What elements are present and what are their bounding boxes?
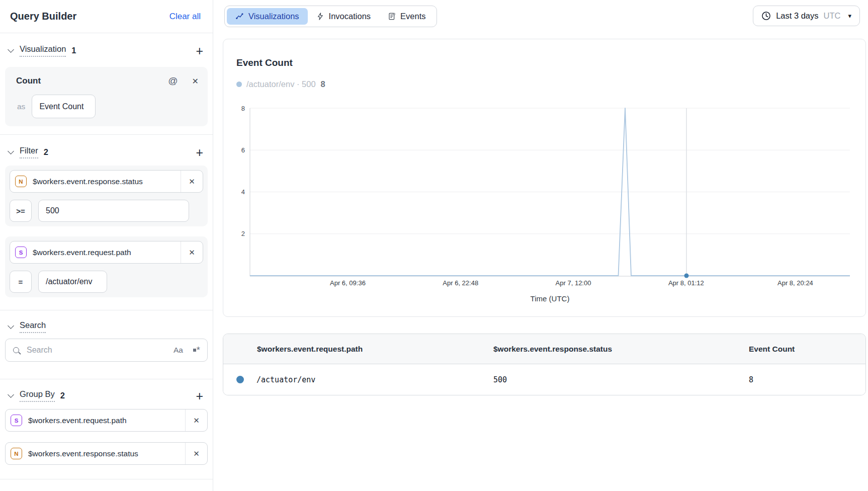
- number-type-icon: N: [15, 176, 27, 187]
- tab-label: Invocations: [329, 12, 371, 21]
- group-by-section-label[interactable]: Group By: [20, 389, 55, 402]
- visualization-section-label[interactable]: Visualization: [20, 44, 66, 57]
- sidebar-header: Query Builder Clear all: [0, 0, 213, 33]
- metric-name[interactable]: Count: [16, 76, 41, 86]
- add-visualization-button[interactable]: +: [194, 46, 205, 56]
- group-by-field-name: $workers.event.response.status: [28, 449, 185, 458]
- as-label: as: [17, 102, 25, 111]
- filter-card: N $workers.event.response.status ✕ >=: [5, 166, 208, 226]
- filter-field-row[interactable]: N $workers.event.response.status ✕: [10, 170, 203, 193]
- column-header-request-path: $workers.event.request.path: [223, 345, 493, 354]
- svg-text:4: 4: [241, 188, 245, 196]
- page-title: Query Builder: [10, 11, 76, 22]
- search-section-header: Search: [5, 310, 208, 333]
- cell-event-count: 8: [749, 375, 865, 384]
- filter-card: S $workers.event.request.path ✕ =: [5, 236, 208, 297]
- filter-field-name: $workers.event.response.status: [33, 177, 181, 186]
- string-type-icon: S: [11, 415, 22, 426]
- number-type-icon: N: [11, 448, 22, 459]
- section-search: Search Aa *: [0, 310, 213, 379]
- search-icon: [13, 347, 19, 353]
- event-count-chart-card: Event Count /actuator/env · 500 8 2468Ap…: [223, 39, 866, 317]
- tab-invocations[interactable]: Invocations: [308, 8, 379, 25]
- operator-select[interactable]: >=: [10, 200, 32, 222]
- document-icon: [388, 12, 396, 21]
- chevron-down-icon[interactable]: [8, 46, 14, 53]
- search-section-label[interactable]: Search: [20, 320, 46, 333]
- filter-value-input[interactable]: [38, 271, 107, 293]
- tab-visualizations[interactable]: Visualizations: [227, 8, 308, 25]
- svg-text:Apr 6, 09:36: Apr 6, 09:36: [330, 279, 366, 287]
- filter-operator-row: >=: [10, 200, 203, 222]
- time-range-selector[interactable]: Last 3 days UTC ▾: [753, 6, 860, 26]
- svg-text:Time (UTC): Time (UTC): [531, 294, 570, 303]
- group-by-field-name: $workers.event.request.path: [28, 416, 185, 425]
- clear-all-link[interactable]: Clear all: [169, 12, 201, 22]
- caret-down-icon: ▾: [848, 12, 851, 20]
- group-by-section-header: Group By 2 +: [5, 379, 208, 402]
- group-by-field-row[interactable]: N $workers.event.response.status ✕: [5, 442, 208, 465]
- group-by-field-row[interactable]: S $workers.event.request.path ✕: [5, 409, 208, 432]
- filter-field-name: $workers.event.request.path: [33, 248, 181, 257]
- search-input[interactable]: [26, 345, 173, 355]
- group-by-count: 2: [60, 391, 65, 400]
- cell-request-path: /actuator/env: [256, 375, 315, 384]
- chart-legend[interactable]: /actuator/env · 500 8: [236, 79, 325, 89]
- chevron-down-icon[interactable]: [8, 391, 14, 398]
- section-group-by: Group By 2 + S $workers.event.request.pa…: [0, 379, 213, 479]
- chevron-down-icon[interactable]: [8, 148, 14, 154]
- filter-operator-row: =: [10, 271, 203, 293]
- svg-text:Apr 8, 01:12: Apr 8, 01:12: [668, 279, 704, 287]
- tab-events[interactable]: Events: [379, 8, 434, 25]
- alias-row: as: [16, 95, 199, 118]
- regex-toggle-icon[interactable]: *: [193, 348, 200, 353]
- svg-text:2: 2: [241, 230, 245, 237]
- visualization-count: 1: [71, 46, 76, 55]
- at-sign-icon[interactable]: @: [168, 75, 178, 87]
- metric-card: Count @ ✕ as: [5, 67, 208, 126]
- column-header-response-status: $workers.event.response.status: [493, 345, 749, 354]
- remove-group-by-button[interactable]: ✕: [185, 443, 207, 464]
- operator-select[interactable]: =: [10, 271, 32, 293]
- remove-metric-button[interactable]: ✕: [192, 76, 199, 86]
- svg-text:8: 8: [241, 105, 245, 112]
- svg-text:Apr 6, 22:48: Apr 6, 22:48: [443, 279, 478, 287]
- string-type-icon: S: [15, 247, 27, 258]
- visualization-section-header: Visualization 1 +: [5, 33, 208, 57]
- view-tabs: Visualizations Invocations Events: [224, 6, 437, 27]
- svg-text:Apr 7, 12:00: Apr 7, 12:00: [556, 279, 591, 287]
- main-content: Visualizations Invocations Events Last 3…: [214, 0, 868, 491]
- filter-section-label[interactable]: Filter: [20, 146, 38, 158]
- series-color-dot: [236, 376, 244, 383]
- section-filter: Filter 2 + N $workers.event.response.sta…: [0, 135, 213, 310]
- column-header-event-count: Event Count: [749, 345, 865, 354]
- add-filter-button[interactable]: +: [194, 147, 205, 157]
- chart-trend-icon: [235, 12, 244, 21]
- remove-filter-button[interactable]: ✕: [181, 241, 203, 263]
- tab-label: Events: [400, 12, 425, 21]
- metric-card-header: Count @ ✕: [16, 75, 199, 87]
- filter-value-input[interactable]: [38, 200, 189, 222]
- chevron-down-icon[interactable]: [8, 322, 14, 329]
- bolt-icon: [316, 12, 324, 21]
- remove-group-by-button[interactable]: ✕: [185, 410, 207, 431]
- search-box: Aa *: [5, 339, 208, 362]
- legend-dot: [236, 81, 242, 87]
- chart-title: Event Count: [236, 57, 293, 68]
- filter-section-header: Filter 2 +: [5, 135, 208, 158]
- remove-filter-button[interactable]: ✕: [181, 171, 203, 192]
- legend-series-label: /actuator/env · 500: [246, 79, 316, 89]
- results-table: $workers.event.request.path $workers.eve…: [223, 334, 866, 395]
- clock-icon: [761, 11, 771, 21]
- add-group-by-button[interactable]: +: [194, 391, 205, 401]
- table-header-row: $workers.event.request.path $workers.eve…: [223, 334, 865, 364]
- section-visualization: Visualization 1 + Count @ ✕ as: [0, 33, 213, 135]
- alias-input[interactable]: [32, 95, 96, 118]
- case-sensitive-toggle[interactable]: Aa: [173, 346, 183, 355]
- tab-label: Visualizations: [248, 12, 299, 21]
- table-row[interactable]: /actuator/env 500 8: [223, 364, 865, 395]
- filter-field-row[interactable]: S $workers.event.request.path ✕: [10, 241, 203, 264]
- svg-text:Apr 8, 20:24: Apr 8, 20:24: [777, 279, 813, 287]
- cell-response-status: 500: [493, 375, 749, 384]
- filter-count: 2: [44, 147, 48, 157]
